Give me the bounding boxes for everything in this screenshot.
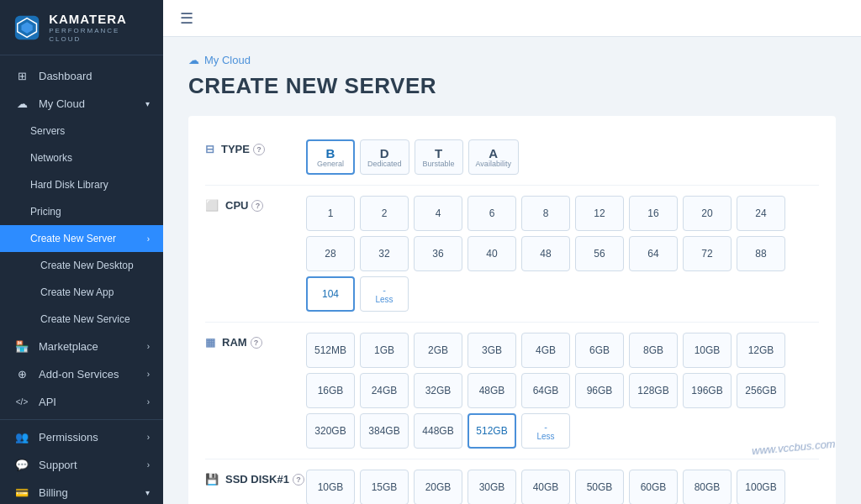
cpu-option-40[interactable]: 40 [467, 236, 516, 271]
sidebar-menu: ⊞ Dashboard ☁ My Cloud ▾ Servers Network… [0, 55, 163, 504]
cpu-row: ⬜ CPU ? 12468121620242832364048566472881… [205, 186, 819, 323]
ram-option-10gb[interactable]: 10GB [683, 333, 732, 368]
cpu-option-12[interactable]: 12 [575, 196, 624, 231]
sidebar-item-marketplace[interactable]: 🏪 Marketplace › [0, 333, 163, 360]
ram-option-12gb[interactable]: 12GB [737, 333, 785, 368]
ram-option-16gb[interactable]: 16GB [306, 373, 355, 408]
type-label: ⊟ TYPE ? [205, 139, 306, 155]
brand-sub: PERFORMANCE CLOUD [49, 27, 150, 43]
cpu-option-2[interactable]: 2 [360, 196, 409, 231]
type-option-D[interactable]: DDedicated [360, 139, 409, 175]
sidebar-item-networks[interactable]: Networks [0, 144, 163, 171]
ssd-option-30gb[interactable]: 30GB [467, 470, 516, 504]
ram-option-6gb[interactable]: 6GB [575, 333, 624, 368]
cpu-option-16[interactable]: 16 [629, 196, 678, 231]
type-options: BGeneralDDedicatedTBurstableAAvailabilit… [306, 139, 819, 175]
cpu-label: ⬜ CPU ? [205, 196, 306, 212]
ssd-option-10gb[interactable]: 10GB [306, 470, 355, 504]
permissions-icon: 👥 [13, 431, 30, 444]
sidebar-item-create-new-service[interactable]: Create New Service [0, 306, 163, 333]
sidebar-label-networks: Networks [30, 152, 72, 164]
ram-option-48gb[interactable]: 48GB [467, 373, 516, 408]
breadcrumb-text: My Cloud [204, 54, 251, 66]
cpu-option-88[interactable]: 88 [737, 236, 785, 271]
ssd-option-40gb[interactable]: 40GB [521, 470, 570, 504]
ram-option-less[interactable]: -Less [521, 413, 570, 449]
ram-option-448gb[interactable]: 448GB [414, 413, 462, 449]
hamburger-menu[interactable]: ☰ [180, 9, 193, 28]
dashboard-icon: ⊞ [13, 70, 30, 82]
cpu-option-6[interactable]: 6 [467, 196, 516, 231]
content-area: ☁ My Cloud CREATE NEW SERVER ⊟ TYPE ? BG… [163, 37, 861, 504]
sidebar-item-dashboard[interactable]: ⊞ Dashboard [0, 62, 163, 90]
ram-option-384gb[interactable]: 384GB [360, 413, 409, 449]
ram-option-2gb[interactable]: 2GB [414, 333, 462, 368]
type-help[interactable]: ? [253, 144, 265, 155]
type-option-B[interactable]: BGeneral [306, 139, 355, 175]
sidebar-item-servers[interactable]: Servers [0, 118, 163, 144]
ram-option-128gb[interactable]: 128GB [629, 373, 678, 408]
ram-option-196gb[interactable]: 196GB [683, 373, 732, 408]
cpu-option-4[interactable]: 4 [414, 196, 462, 231]
sidebar-item-support[interactable]: 💬 Support › [0, 451, 163, 479]
sidebar: KAMATERA PERFORMANCE CLOUD ⊞ Dashboard ☁… [0, 0, 163, 504]
ram-option-24gb[interactable]: 24GB [360, 373, 409, 408]
logo: KAMATERA PERFORMANCE CLOUD [0, 0, 163, 55]
sidebar-item-addon-services[interactable]: ⊕ Add-on Services › [0, 360, 163, 388]
cpu-option-72[interactable]: 72 [683, 236, 732, 271]
sidebar-item-create-new-server[interactable]: Create New Server › [0, 225, 163, 252]
ssd-option-50gb[interactable]: 50GB [575, 470, 624, 504]
ram-option-512mb[interactable]: 512MB [306, 333, 355, 368]
ssd-option-100gb[interactable]: 100GB [737, 470, 785, 504]
ssd-options: 10GB15GB20GB30GB40GB50GB60GB80GB100GB150… [306, 470, 819, 504]
ram-option-512gb[interactable]: 512GB [467, 413, 516, 449]
type-option-T[interactable]: TBurstable [415, 139, 463, 175]
ssd-help[interactable]: ? [293, 474, 304, 486]
ssd-option-80gb[interactable]: 80GB [683, 470, 732, 504]
ram-option-4gb[interactable]: 4GB [521, 333, 570, 368]
ram-option-64gb[interactable]: 64GB [521, 373, 570, 408]
ram-help[interactable]: ? [251, 337, 262, 349]
cpu-option-104[interactable]: 104 [306, 276, 355, 312]
sidebar-item-create-new-desktop[interactable]: Create New Desktop [0, 252, 163, 279]
sidebar-label-create-new-server: Create New Server [30, 233, 116, 244]
ram-option-3gb[interactable]: 3GB [467, 333, 516, 368]
sidebar-label-hard-disk-library: Hard Disk Library [30, 179, 108, 191]
cpu-option-48[interactable]: 48 [521, 236, 570, 271]
cpu-option-20[interactable]: 20 [683, 196, 732, 231]
ram-option-8gb[interactable]: 8GB [629, 333, 678, 368]
cpu-option-less[interactable]: -Less [360, 276, 409, 312]
ram-option-32gb[interactable]: 32GB [414, 373, 462, 408]
ssd-option-60gb[interactable]: 60GB [629, 470, 678, 504]
sidebar-item-billing[interactable]: 💳 Billing ▾ [0, 479, 163, 504]
sidebar-label-create-new-service: Create New Service [40, 313, 130, 325]
sidebar-item-create-new-app[interactable]: Create New App [0, 279, 163, 306]
sidebar-item-permissions[interactable]: 👥 Permissions › [0, 423, 163, 451]
cpu-option-64[interactable]: 64 [629, 236, 678, 271]
cpu-option-32[interactable]: 32 [360, 236, 409, 271]
chevron-right-icon-addon: › [147, 370, 150, 379]
sidebar-item-api[interactable]: </> API › [0, 388, 163, 416]
ram-option-320gb[interactable]: 320GB [306, 413, 355, 449]
sidebar-label-servers: Servers [30, 125, 65, 137]
cpu-option-1[interactable]: 1 [306, 196, 355, 231]
sidebar-label-support: Support [39, 459, 77, 471]
cpu-option-24[interactable]: 24 [737, 196, 785, 231]
cpu-help[interactable]: ? [251, 200, 263, 212]
ssd-option-15gb[interactable]: 15GB [360, 470, 409, 504]
ram-option-256gb[interactable]: 256GB [737, 373, 785, 408]
ssd-option-20gb[interactable]: 20GB [414, 470, 462, 504]
cpu-option-36[interactable]: 36 [414, 236, 462, 271]
sidebar-item-hard-disk-library[interactable]: Hard Disk Library [0, 171, 163, 198]
sidebar-item-pricing[interactable]: Pricing [0, 198, 163, 225]
type-option-A[interactable]: AAvailability [468, 139, 519, 175]
cpu-option-56[interactable]: 56 [575, 236, 624, 271]
page-title: CREATE NEW SERVER [188, 73, 836, 99]
cpu-option-8[interactable]: 8 [521, 196, 570, 231]
sidebar-item-my-cloud[interactable]: ☁ My Cloud ▾ [0, 90, 163, 118]
config-panel: ⊟ TYPE ? BGeneralDDedicatedTBurstableAAv… [188, 116, 836, 504]
cpu-option-28[interactable]: 28 [306, 236, 355, 271]
ram-option-96gb[interactable]: 96GB [575, 373, 624, 408]
ram-option-1gb[interactable]: 1GB [360, 333, 409, 368]
sidebar-label-api: API [39, 396, 56, 408]
